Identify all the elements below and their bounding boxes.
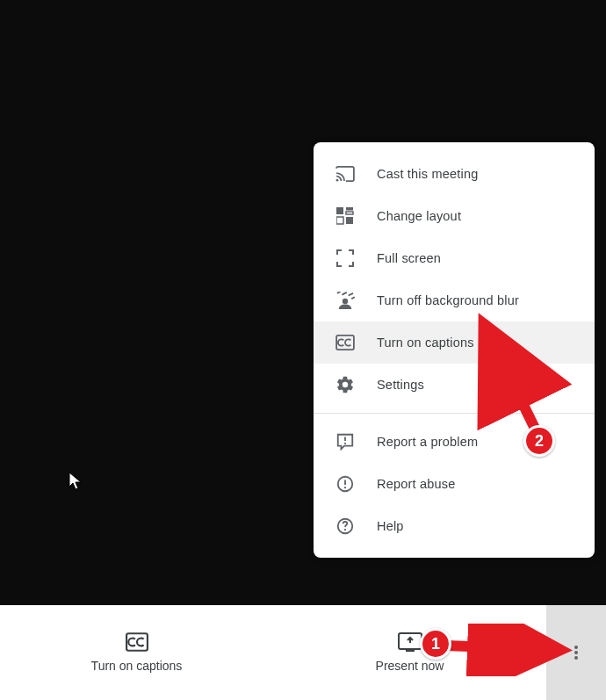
menu-item-label: Cast this meeting [377, 167, 478, 181]
svg-rect-5 [346, 212, 353, 214]
svg-rect-3 [336, 207, 343, 214]
menu-item-fullscreen[interactable]: Full screen [314, 237, 595, 279]
menu-item-change-layout[interactable]: Change layout [314, 195, 595, 237]
menu-item-label: Turn on captions [377, 336, 474, 350]
menu-item-label: Report a problem [377, 435, 478, 449]
menu-item-label: Full screen [377, 251, 441, 265]
captions-button[interactable]: Turn on captions [0, 605, 273, 700]
svg-point-11 [344, 443, 346, 444]
help-icon [335, 516, 356, 536]
captions-button-label: Turn on captions [91, 659, 183, 673]
menu-item-label: Change layout [377, 209, 461, 223]
menu-item-background-blur[interactable]: Turn off background blur [314, 279, 595, 321]
svg-point-2 [336, 179, 339, 182]
menu-item-settings[interactable]: Settings [314, 364, 595, 406]
menu-item-cast[interactable]: Cast this meeting [314, 153, 595, 195]
layout-icon [335, 207, 356, 225]
svg-rect-7 [346, 217, 353, 224]
more-vert-icon [574, 644, 578, 661]
cast-icon [335, 166, 356, 182]
fullscreen-icon [335, 249, 356, 267]
more-options-button[interactable] [546, 605, 606, 700]
svg-point-16 [344, 529, 346, 530]
feedback-icon [335, 432, 356, 451]
present-button-label: Present now [376, 659, 444, 673]
menu-item-label: Help [377, 519, 404, 533]
svg-point-14 [344, 487, 346, 488]
menu-divider [314, 413, 595, 414]
present-button[interactable]: Present now [273, 605, 546, 700]
annotation-badge-2: 2 [523, 425, 555, 457]
cursor-icon [69, 472, 83, 491]
menu-item-help[interactable]: Help [314, 505, 595, 547]
bottom-bar: Turn on captions Present now [0, 605, 606, 700]
gear-icon [335, 375, 356, 394]
menu-item-label: Report abuse [377, 477, 455, 491]
menu-item-report-abuse[interactable]: Report abuse [314, 463, 595, 505]
present-icon [398, 632, 422, 652]
svg-rect-6 [336, 217, 343, 224]
menu-item-label: Settings [377, 378, 424, 392]
captions-icon [335, 335, 356, 350]
menu-item-captions[interactable]: Turn on captions [314, 321, 595, 364]
annotation-badge-1: 1 [420, 628, 451, 660]
svg-point-8 [343, 299, 348, 304]
svg-rect-4 [346, 207, 353, 211]
captions-icon [126, 632, 148, 652]
video-area: Cast this meeting Change layout Full scr… [0, 0, 606, 605]
report-abuse-icon [335, 474, 356, 494]
menu-item-label: Turn off background blur [377, 293, 519, 307]
overflow-menu: Cast this meeting Change layout Full scr… [314, 142, 595, 558]
background-blur-icon [335, 292, 356, 309]
